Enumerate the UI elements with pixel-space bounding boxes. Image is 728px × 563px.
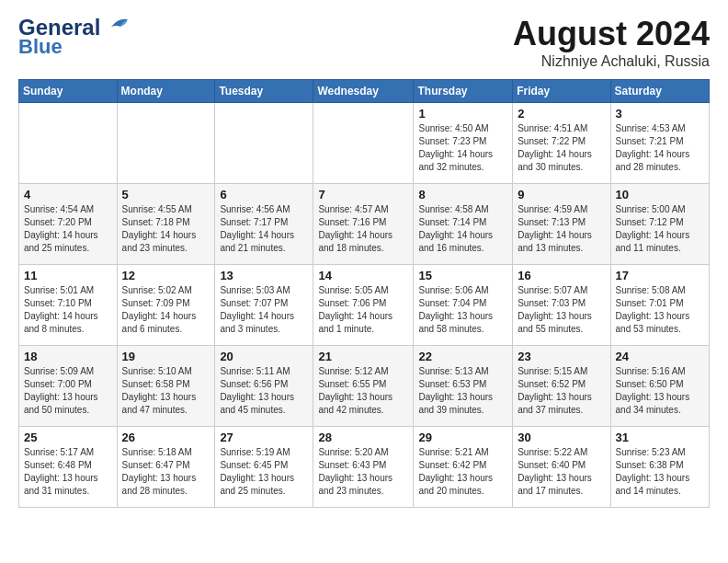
day-info: Sunrise: 5:11 AM Sunset: 6:56 PM Dayligh… <box>220 365 308 417</box>
calendar-cell: 29Sunrise: 5:21 AM Sunset: 6:42 PM Dayli… <box>414 427 513 508</box>
page-title: August 2024 <box>513 15 710 53</box>
calendar-cell: 11Sunrise: 5:01 AM Sunset: 7:10 PM Dayli… <box>19 265 118 346</box>
day-info: Sunrise: 5:22 AM Sunset: 6:40 PM Dayligh… <box>518 446 605 498</box>
col-header-sunday: Sunday <box>19 80 118 103</box>
col-header-saturday: Saturday <box>610 80 709 103</box>
calendar-cell: 12Sunrise: 5:02 AM Sunset: 7:09 PM Dayli… <box>117 265 215 346</box>
day-number: 30 <box>518 431 605 444</box>
day-number: 16 <box>518 269 605 282</box>
calendar-cell: 27Sunrise: 5:19 AM Sunset: 6:45 PM Dayli… <box>215 427 313 508</box>
day-info: Sunrise: 5:03 AM Sunset: 7:07 PM Dayligh… <box>220 284 308 336</box>
day-number: 13 <box>220 269 308 282</box>
day-number: 25 <box>24 431 112 444</box>
calendar-cell <box>19 103 118 184</box>
calendar-cell: 8Sunrise: 4:58 AM Sunset: 7:14 PM Daylig… <box>414 184 513 265</box>
day-info: Sunrise: 5:16 AM Sunset: 6:50 PM Dayligh… <box>616 365 704 417</box>
day-number: 1 <box>418 107 507 121</box>
calendar-cell: 31Sunrise: 5:23 AM Sunset: 6:38 PM Dayli… <box>610 427 709 508</box>
day-number: 15 <box>418 269 507 282</box>
calendar-cell: 3Sunrise: 4:53 AM Sunset: 7:21 PM Daylig… <box>610 103 709 184</box>
day-number: 18 <box>24 350 112 363</box>
day-info: Sunrise: 4:56 AM Sunset: 7:17 PM Dayligh… <box>220 203 308 255</box>
day-info: Sunrise: 4:51 AM Sunset: 7:22 PM Dayligh… <box>518 122 605 174</box>
day-number: 20 <box>220 350 308 363</box>
day-info: Sunrise: 5:02 AM Sunset: 7:09 PM Dayligh… <box>122 284 210 336</box>
calendar-cell: 19Sunrise: 5:10 AM Sunset: 6:58 PM Dayli… <box>117 346 215 427</box>
calendar-table: SundayMondayTuesdayWednesdayThursdayFrid… <box>18 79 710 508</box>
calendar-cell: 6Sunrise: 4:56 AM Sunset: 7:17 PM Daylig… <box>215 184 313 265</box>
day-info: Sunrise: 5:09 AM Sunset: 7:00 PM Dayligh… <box>24 365 112 417</box>
calendar-cell: 2Sunrise: 4:51 AM Sunset: 7:22 PM Daylig… <box>513 103 610 184</box>
calendar-cell <box>117 103 215 184</box>
day-info: Sunrise: 4:59 AM Sunset: 7:13 PM Dayligh… <box>518 203 605 255</box>
day-info: Sunrise: 4:58 AM Sunset: 7:14 PM Dayligh… <box>418 203 507 255</box>
calendar-cell: 10Sunrise: 5:00 AM Sunset: 7:12 PM Dayli… <box>610 184 709 265</box>
calendar-cell: 21Sunrise: 5:12 AM Sunset: 6:55 PM Dayli… <box>313 346 414 427</box>
title-block: August 2024 Nizhniye Achaluki, Russia <box>513 15 710 70</box>
calendar-week-row: 25Sunrise: 5:17 AM Sunset: 6:48 PM Dayli… <box>19 427 710 508</box>
calendar-cell: 13Sunrise: 5:03 AM Sunset: 7:07 PM Dayli… <box>215 265 313 346</box>
day-number: 14 <box>318 269 408 282</box>
col-header-friday: Friday <box>513 80 610 103</box>
col-header-tuesday: Tuesday <box>215 80 313 103</box>
day-number: 7 <box>318 188 408 201</box>
calendar-cell: 15Sunrise: 5:06 AM Sunset: 7:04 PM Dayli… <box>414 265 513 346</box>
calendar-week-row: 11Sunrise: 5:01 AM Sunset: 7:10 PM Dayli… <box>19 265 710 346</box>
calendar-cell <box>215 103 313 184</box>
calendar-cell: 14Sunrise: 5:05 AM Sunset: 7:06 PM Dayli… <box>313 265 414 346</box>
day-number: 23 <box>518 350 605 363</box>
day-info: Sunrise: 5:12 AM Sunset: 6:55 PM Dayligh… <box>318 365 408 417</box>
calendar-cell: 16Sunrise: 5:07 AM Sunset: 7:03 PM Dayli… <box>513 265 610 346</box>
calendar-cell: 4Sunrise: 4:54 AM Sunset: 7:20 PM Daylig… <box>19 184 118 265</box>
day-number: 8 <box>418 188 507 201</box>
day-number: 3 <box>616 107 704 121</box>
day-info: Sunrise: 5:06 AM Sunset: 7:04 PM Dayligh… <box>418 284 507 336</box>
calendar-cell: 22Sunrise: 5:13 AM Sunset: 6:53 PM Dayli… <box>414 346 513 427</box>
day-number: 31 <box>616 431 704 444</box>
day-info: Sunrise: 5:15 AM Sunset: 6:52 PM Dayligh… <box>518 365 605 417</box>
header: General Blue August 2024 Nizhniye Achalu… <box>18 15 710 70</box>
day-info: Sunrise: 5:01 AM Sunset: 7:10 PM Dayligh… <box>24 284 112 336</box>
day-number: 17 <box>616 269 704 282</box>
calendar-cell: 24Sunrise: 5:16 AM Sunset: 6:50 PM Dayli… <box>610 346 709 427</box>
calendar-cell: 20Sunrise: 5:11 AM Sunset: 6:56 PM Dayli… <box>215 346 313 427</box>
calendar-week-row: 18Sunrise: 5:09 AM Sunset: 7:00 PM Dayli… <box>19 346 710 427</box>
day-number: 10 <box>616 188 704 201</box>
day-number: 22 <box>418 350 507 363</box>
col-header-wednesday: Wednesday <box>313 80 414 103</box>
calendar-cell: 1Sunrise: 4:50 AM Sunset: 7:23 PM Daylig… <box>414 103 513 184</box>
day-number: 4 <box>24 188 112 201</box>
day-number: 29 <box>418 431 507 444</box>
day-info: Sunrise: 5:08 AM Sunset: 7:01 PM Dayligh… <box>616 284 704 336</box>
col-header-monday: Monday <box>117 80 215 103</box>
day-number: 21 <box>318 350 408 363</box>
calendar-header-row: SundayMondayTuesdayWednesdayThursdayFrid… <box>19 80 710 103</box>
calendar-cell: 9Sunrise: 4:59 AM Sunset: 7:13 PM Daylig… <box>513 184 610 265</box>
day-number: 11 <box>24 269 112 282</box>
day-info: Sunrise: 5:00 AM Sunset: 7:12 PM Dayligh… <box>616 203 704 255</box>
calendar-cell: 28Sunrise: 5:20 AM Sunset: 6:43 PM Dayli… <box>313 427 414 508</box>
col-header-thursday: Thursday <box>414 80 513 103</box>
day-number: 12 <box>122 269 210 282</box>
day-info: Sunrise: 4:55 AM Sunset: 7:18 PM Dayligh… <box>122 203 210 255</box>
day-number: 6 <box>220 188 308 201</box>
calendar-cell: 17Sunrise: 5:08 AM Sunset: 7:01 PM Dayli… <box>610 265 709 346</box>
day-info: Sunrise: 5:10 AM Sunset: 6:58 PM Dayligh… <box>122 365 210 417</box>
page-subtitle: Nizhniye Achaluki, Russia <box>513 53 710 70</box>
day-number: 9 <box>518 188 605 201</box>
logo-bird-icon <box>102 16 130 36</box>
day-info: Sunrise: 5:20 AM Sunset: 6:43 PM Dayligh… <box>318 446 408 498</box>
calendar-cell: 23Sunrise: 5:15 AM Sunset: 6:52 PM Dayli… <box>513 346 610 427</box>
calendar-cell: 18Sunrise: 5:09 AM Sunset: 7:00 PM Dayli… <box>19 346 118 427</box>
calendar-week-row: 1Sunrise: 4:50 AM Sunset: 7:23 PM Daylig… <box>19 103 710 184</box>
page: General Blue August 2024 Nizhniye Achalu… <box>0 0 728 517</box>
calendar-cell: 5Sunrise: 4:55 AM Sunset: 7:18 PM Daylig… <box>117 184 215 265</box>
day-number: 19 <box>122 350 210 363</box>
calendar-cell <box>313 103 414 184</box>
logo-blue: Blue <box>18 35 63 59</box>
calendar-cell: 7Sunrise: 4:57 AM Sunset: 7:16 PM Daylig… <box>313 184 414 265</box>
day-info: Sunrise: 5:05 AM Sunset: 7:06 PM Dayligh… <box>318 284 408 336</box>
day-number: 24 <box>616 350 704 363</box>
calendar-cell: 30Sunrise: 5:22 AM Sunset: 6:40 PM Dayli… <box>513 427 610 508</box>
day-number: 26 <box>122 431 210 444</box>
